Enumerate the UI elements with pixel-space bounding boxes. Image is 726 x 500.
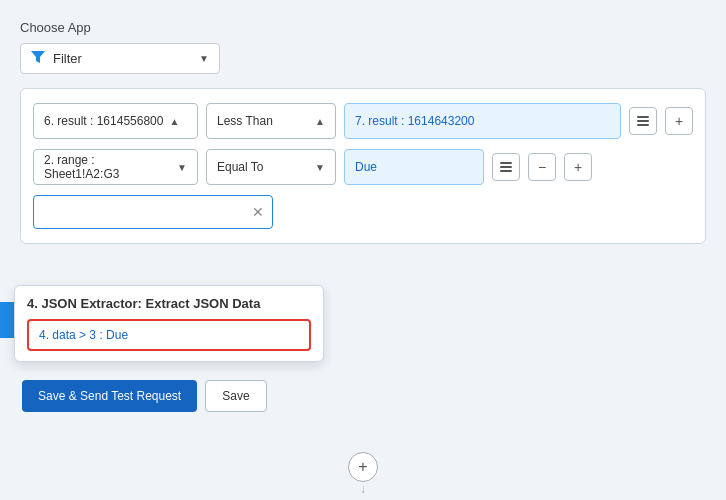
search-input[interactable]: [42, 205, 252, 219]
plus-icon-2: +: [574, 159, 582, 175]
field-select-result1[interactable]: 6. result : 1614556800 ▲: [33, 103, 198, 139]
add-row-btn-1[interactable]: +: [665, 107, 693, 135]
arrow-down-icon: ↓: [360, 482, 366, 496]
minus-icon: −: [538, 159, 546, 175]
value-field-1: 7. result : 1614643200: [344, 103, 621, 139]
search-input-row[interactable]: ✕: [33, 195, 273, 229]
value1-text: 7. result : 1614643200: [355, 114, 474, 128]
dropdown-panel: 4. JSON Extractor: Extract JSON Data 4. …: [14, 285, 324, 362]
filter-arrow-icon: ▼: [199, 53, 209, 64]
field-result1-text: 6. result : 1614556800: [44, 114, 163, 128]
filter-icon: [31, 50, 45, 67]
filter-card: 6. result : 1614556800 ▲ Less Than ▲ 7. …: [20, 88, 706, 244]
field-result2-text: 2. range : Sheet1!A2:G3: [44, 153, 171, 181]
svg-marker-0: [31, 51, 45, 63]
plus-circle-icon: +: [358, 458, 367, 476]
condition1-text: Less Than: [217, 114, 273, 128]
field-result2-arrow: ▼: [177, 162, 187, 173]
menu-lines-icon-2: [500, 162, 512, 172]
choose-app-label: Choose App: [20, 20, 706, 35]
filter-dropdown[interactable]: Filter ▼: [20, 43, 220, 74]
save-button[interactable]: Save: [205, 380, 266, 412]
field-result1-arrow: ▲: [169, 116, 179, 127]
menu-btn-2[interactable]: [492, 153, 520, 181]
condition-select-2[interactable]: Equal To ▼: [206, 149, 336, 185]
plus-icon-1: +: [675, 113, 683, 129]
field-select-result2[interactable]: 2. range : Sheet1!A2:G3 ▼: [33, 149, 198, 185]
filter-row-1: 6. result : 1614556800 ▲ Less Than ▲ 7. …: [33, 103, 693, 139]
dropdown-item[interactable]: 4. data > 3 : Due: [27, 319, 311, 351]
menu-lines-icon-1: [637, 116, 649, 126]
filter-row-2: 2. range : Sheet1!A2:G3 ▼ Equal To ▼ Due…: [33, 149, 693, 185]
menu-btn-1[interactable]: [629, 107, 657, 135]
filter-label: Filter: [53, 51, 199, 66]
condition1-arrow: ▲: [315, 116, 325, 127]
condition2-arrow: ▼: [315, 162, 325, 173]
remove-row-btn[interactable]: −: [528, 153, 556, 181]
dropdown-header: 4. JSON Extractor: Extract JSON Data: [27, 296, 311, 311]
plus-circle-button[interactable]: +: [348, 452, 378, 482]
main-container: Choose App Filter ▼ 6. result : 16145568…: [0, 0, 726, 500]
value2-text: Due: [355, 160, 377, 174]
save-send-button[interactable]: Save & Send Test Request: [22, 380, 197, 412]
add-row-btn-2[interactable]: +: [564, 153, 592, 181]
condition2-text: Equal To: [217, 160, 263, 174]
value-field-2: Due: [344, 149, 484, 185]
clear-icon[interactable]: ✕: [252, 204, 264, 220]
condition-select-1[interactable]: Less Than ▲: [206, 103, 336, 139]
bottom-buttons: Save & Send Test Request Save: [22, 380, 267, 412]
